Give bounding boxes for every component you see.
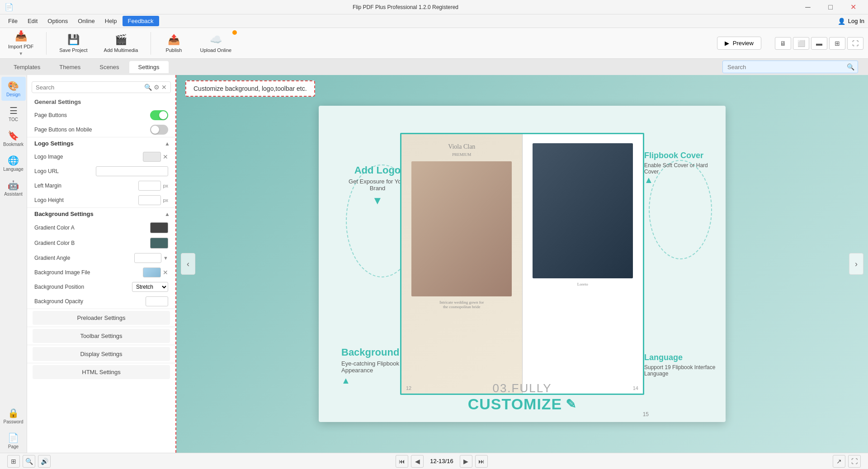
settings-filter-icon[interactable]: ⚙	[154, 84, 160, 91]
sidebar-item-assistant[interactable]: 🤖 Assistant	[1, 176, 26, 200]
left-page-number: 12	[406, 385, 411, 391]
right-page-spread-number: 14	[633, 385, 638, 391]
tab-templates[interactable]: Templates	[5, 61, 49, 73]
background-position-select[interactable]: Stretch Center Tile Cover	[132, 282, 168, 292]
left-margin-input[interactable]: 0	[138, 181, 161, 191]
menu-options[interactable]: Options	[43, 16, 72, 26]
logo-height-row: Logo Height 40 px	[27, 193, 175, 207]
add-multimedia-button[interactable]: 🎬 Add Multimedia	[100, 32, 142, 55]
minimize-button[interactable]: ─	[797, 0, 818, 14]
sound-button[interactable]: 🔊	[38, 455, 51, 468]
title-bar: 📄 Flip PDF Plus Professional 1.2.0 Regis…	[0, 0, 868, 14]
view-desktop-button[interactable]: 🖥	[775, 37, 791, 50]
sidebar-item-language[interactable]: 🌐 Language	[1, 151, 26, 175]
background-image-preview[interactable]	[143, 267, 161, 277]
menu-online[interactable]: Online	[73, 16, 99, 26]
view-tablet-portrait-button[interactable]: ⬜	[793, 37, 809, 50]
html-settings-button[interactable]: HTML Settings	[33, 365, 170, 379]
gradient-color-a-swatch[interactable]	[150, 222, 168, 233]
logo-image-label: Logo Image	[34, 154, 139, 160]
logo-image-clear[interactable]: ✕	[163, 153, 168, 160]
sidebar-item-bookmark[interactable]: 🔖 Bookmark	[1, 127, 26, 150]
toolbar-settings-button[interactable]: Toolbar Settings	[33, 329, 170, 343]
flipbook-cover-title: Flipbook Cover	[644, 151, 717, 160]
view-tablet-landscape-button[interactable]: ▬	[811, 37, 827, 50]
html-section: HTML Settings	[27, 363, 175, 381]
page-buttons-mobile-label: Page Buttons on Mobile	[34, 127, 146, 133]
logo-settings-header[interactable]: Logo Settings ▲	[27, 137, 175, 150]
sidebar-item-page[interactable]: 📄 Page	[1, 429, 26, 453]
login-button[interactable]: Log In	[848, 18, 864, 24]
page-indicator: 12-13/16	[426, 458, 457, 464]
page-buttons-toggle[interactable]	[150, 110, 168, 120]
general-settings-title: General Settings	[27, 96, 175, 108]
view-fullscreen-button[interactable]: ⛶	[847, 37, 863, 50]
sidebar-item-toc[interactable]: ☰ TOC	[1, 102, 26, 126]
maximize-button[interactable]: □	[820, 0, 841, 14]
background-image-row: Background Image File ✕	[27, 265, 175, 280]
left-margin-label: Left Margin	[34, 183, 135, 189]
left-page-caption: Intricate wedding gown forthe cosmopolit…	[406, 300, 518, 309]
save-project-button[interactable]: 💾 Save Project	[56, 32, 91, 55]
display-settings-button[interactable]: Display Settings	[33, 347, 170, 361]
center-promo-title: 03.FULLY	[468, 381, 577, 395]
page-controls: ⏮ ◀ 12-13/16 ▶ ⏭	[396, 455, 487, 468]
sidebar-item-password[interactable]: 🔒 Password	[1, 404, 26, 428]
import-pdf-button[interactable]: 📥 Import PDF ▼	[5, 28, 37, 58]
logo-height-unit: px	[163, 197, 168, 203]
page-buttons-mobile-toggle[interactable]	[150, 125, 168, 135]
logo-image-preview[interactable]	[143, 152, 161, 162]
gradient-angle-stepper[interactable]: ▼	[163, 255, 168, 261]
background-position-row: Background Position Stretch Center Tile …	[27, 280, 175, 294]
save-project-icon: 💾	[67, 34, 80, 46]
background-image-label: Background Image File	[34, 269, 139, 276]
share-button[interactable]: ↗	[833, 455, 845, 468]
tab-scenes[interactable]: Scenes	[90, 61, 128, 73]
feedback-button[interactable]: Feedback	[123, 16, 159, 26]
background-settings-header[interactable]: Background Settings ▲	[27, 207, 175, 220]
toolbar: 📥 Import PDF ▼ 💾 Save Project 🎬 Add Mult…	[0, 28, 868, 59]
zoom-in-button[interactable]: 🔍	[23, 455, 35, 468]
settings-search-input[interactable]	[36, 84, 144, 91]
close-button[interactable]: ✕	[843, 0, 863, 14]
preview-button[interactable]: ▶ Preview	[717, 37, 761, 50]
last-page-button[interactable]: ⏭	[475, 455, 488, 468]
prev-page-button[interactable]: ‹	[181, 253, 195, 275]
logo-image-row: Logo Image ✕	[27, 150, 175, 164]
next-page-button[interactable]: ›	[849, 253, 863, 275]
fullscreen-bottom-button[interactable]: ⛶	[848, 455, 861, 468]
next-page-bottom-button[interactable]: ▶	[460, 455, 472, 468]
publish-button[interactable]: 📤 Publish	[160, 32, 187, 55]
background-image-clear[interactable]: ✕	[163, 269, 168, 276]
menu-file[interactable]: File	[4, 16, 22, 26]
prev-page-bottom-button[interactable]: ◀	[411, 455, 424, 468]
background-opacity-input[interactable]: 1	[146, 296, 168, 306]
gradient-color-a-row: Gradient Color A	[27, 220, 175, 235]
language-promo-title: Language	[644, 353, 717, 362]
logo-height-input[interactable]: 40	[138, 195, 161, 205]
menu-help[interactable]: Help	[100, 16, 122, 26]
tab-themes[interactable]: Themes	[50, 61, 90, 73]
tab-search-input[interactable]	[722, 61, 858, 73]
language-promo: Language Support 19 Flipbook Interface L…	[644, 353, 717, 377]
gradient-color-b-swatch[interactable]	[150, 238, 168, 249]
grid-view-button[interactable]: ⊞	[7, 455, 20, 468]
upload-online-button[interactable]: ☁️ Upload Online	[196, 32, 235, 55]
menu-edit[interactable]: Edit	[23, 16, 42, 26]
gradient-angle-input[interactable]: 30	[134, 253, 161, 263]
flipbook-cover-promo: Flipbook Cover Enable Soft Cover or Hard…	[644, 151, 717, 185]
background-settings-chevron: ▲	[165, 211, 170, 217]
settings-close-icon[interactable]: ✕	[161, 84, 167, 91]
book-left-page: Viola ClanPREMIUM Intricate wedding gown…	[401, 134, 523, 394]
sidebar-item-design[interactable]: 🎨 Design	[1, 77, 26, 101]
view-split-button[interactable]: ⊞	[829, 37, 845, 50]
logo-url-input[interactable]	[96, 166, 168, 176]
tab-search-icon[interactable]: 🔍	[847, 63, 854, 70]
gradient-color-b-label: Gradient Color B	[34, 240, 146, 246]
tab-settings[interactable]: Settings	[129, 61, 169, 73]
logo-image-picker: ✕	[143, 152, 168, 162]
assistant-icon: 🤖	[8, 180, 19, 191]
preloader-settings-button[interactable]: Preloader Settings	[33, 311, 170, 325]
tooltip-text: Customize background, logo,toolbar etc.	[193, 85, 307, 92]
first-page-button[interactable]: ⏮	[396, 455, 408, 468]
